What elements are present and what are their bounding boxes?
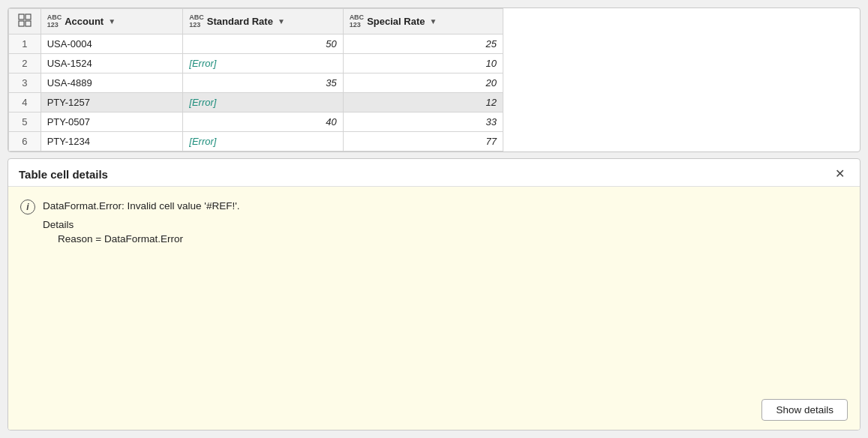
table-row[interactable]: 2USA-1524[Error]10	[9, 54, 503, 74]
col-type-icon-special-rate: ABC123	[350, 14, 365, 29]
row-num-2: 2	[9, 54, 41, 74]
cell-standard-rate-1[interactable]: 50	[183, 34, 343, 54]
close-button[interactable]: ✕	[830, 166, 849, 182]
table-row[interactable]: 6PTY-1234[Error]77	[9, 132, 503, 152]
details-content: i DataFormat.Error: Invalid cell value '…	[8, 187, 860, 430]
svg-rect-0	[19, 14, 24, 20]
col-header-standard-rate[interactable]: ABC123 Standard Rate ▼	[183, 9, 343, 34]
error-message-text: DataFormat.Error: Invalid cell value '#R…	[43, 199, 240, 214]
col-dropdown-standard-rate[interactable]: ▼	[278, 17, 285, 26]
col-type-icon-standard-rate: ABC123	[189, 14, 204, 29]
row-num-3: 3	[9, 74, 41, 93]
info-icon: i	[20, 200, 35, 214]
row-num-4: 4	[9, 93, 41, 112]
table-section: ABC123 Account ▼ ABC123 Standard Rate ▼	[8, 8, 860, 152]
col-label-account: Account	[65, 16, 104, 27]
error-details-label: Details	[43, 219, 848, 230]
svg-rect-2	[19, 21, 24, 26]
row-num-6: 6	[9, 132, 41, 152]
svg-rect-3	[26, 21, 31, 26]
cell-special-rate-2[interactable]: 10	[343, 54, 503, 74]
col-label-standard-rate: Standard Rate	[207, 16, 273, 27]
table-row[interactable]: 1USA-00045025	[9, 34, 503, 54]
row-num-1: 1	[9, 34, 41, 54]
details-panel: Table cell details ✕ i DataFormat.Error:…	[8, 158, 860, 430]
cell-standard-rate-2[interactable]: [Error]	[183, 54, 343, 74]
show-details-button[interactable]: Show details	[761, 399, 848, 421]
cell-standard-rate-3[interactable]: 35	[183, 74, 343, 93]
grid-icon	[15, 14, 35, 29]
cell-special-rate-6[interactable]: 77	[343, 132, 503, 152]
svg-rect-1	[26, 14, 31, 20]
error-reason: Reason = DataFormat.Error	[58, 233, 848, 244]
col-header-special-rate[interactable]: ABC123 Special Rate ▼	[343, 9, 503, 34]
cell-account-3[interactable]: USA-4889	[41, 74, 183, 93]
cell-account-1[interactable]: USA-0004	[41, 34, 183, 54]
cell-special-rate-4[interactable]: 12	[343, 93, 503, 112]
cell-standard-rate-5[interactable]: 40	[183, 112, 343, 132]
error-details-block: Details Reason = DataFormat.Error	[43, 219, 848, 244]
table-grid-icon-header	[9, 9, 41, 34]
error-message-row: i DataFormat.Error: Invalid cell value '…	[20, 199, 848, 214]
col-type-icon-account: ABC123	[47, 14, 62, 29]
col-label-special-rate: Special Rate	[367, 16, 425, 27]
cell-special-rate-1[interactable]: 25	[343, 34, 503, 54]
cell-account-5[interactable]: PTY-0507	[41, 112, 183, 132]
col-header-account[interactable]: ABC123 Account ▼	[41, 9, 183, 34]
cell-standard-rate-4[interactable]: [Error]	[183, 93, 343, 112]
cell-special-rate-5[interactable]: 33	[343, 112, 503, 132]
col-dropdown-account[interactable]: ▼	[108, 17, 116, 26]
row-num-5: 5	[9, 112, 41, 132]
main-container: ABC123 Account ▼ ABC123 Standard Rate ▼	[0, 0, 868, 438]
col-dropdown-special-rate[interactable]: ▼	[429, 17, 437, 26]
table-row[interactable]: 4PTY-1257[Error]12	[9, 93, 503, 112]
cell-special-rate-3[interactable]: 20	[343, 74, 503, 93]
show-details-row: Show details	[20, 390, 848, 421]
details-title: Table cell details	[19, 168, 108, 181]
cell-account-2[interactable]: USA-1524	[41, 54, 183, 74]
cell-account-6[interactable]: PTY-1234	[41, 132, 183, 152]
cell-standard-rate-6[interactable]: [Error]	[183, 132, 343, 152]
table-row[interactable]: 5PTY-05074033	[9, 112, 503, 132]
table-row[interactable]: 3USA-48893520	[9, 74, 503, 93]
details-header: Table cell details ✕	[8, 159, 860, 187]
cell-account-4[interactable]: PTY-1257	[41, 93, 183, 112]
data-table: ABC123 Account ▼ ABC123 Standard Rate ▼	[8, 8, 503, 152]
